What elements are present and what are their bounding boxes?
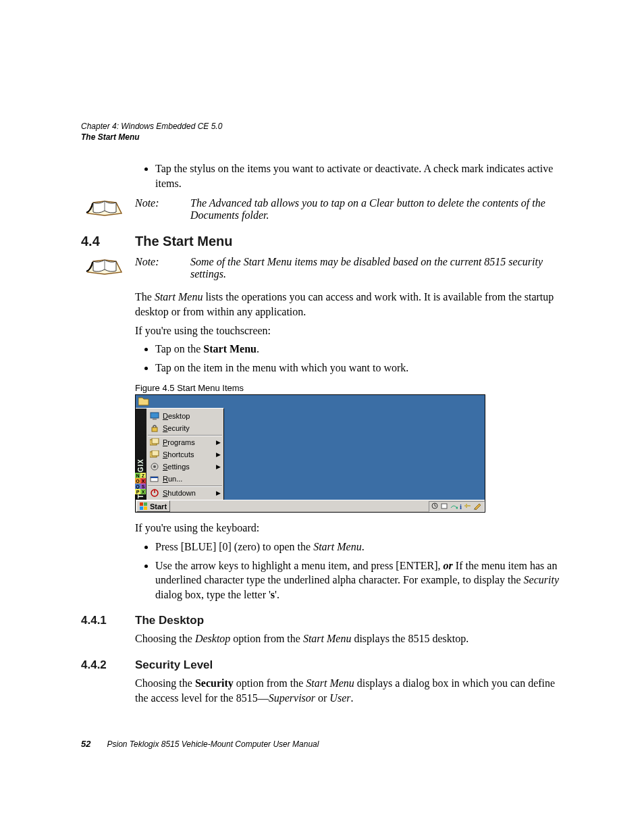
heading-num: 4.4 [81,234,135,249]
menu-item-settings[interactable]: Settings ▶ [146,461,223,473]
svg-rect-10 [151,477,158,478]
heading-num: 4.4.2 [81,658,135,672]
note-label: Note: [135,256,190,280]
paragraph: If you're using the touchscreen: [135,323,563,338]
submenu-arrow-icon: ▶ [216,490,221,496]
svg-rect-4 [152,438,159,444]
note-text: The Advanced tab allows you to tap on a … [190,197,563,221]
run-icon [149,474,160,484]
note-text: Some of the Start Menu items may be disa… [190,256,563,280]
tray-icon[interactable] [431,502,439,510]
windows-flag-icon [140,502,148,510]
submenu-arrow-icon: ▶ [216,439,221,446]
menu-item-shutdown[interactable]: Shutdown ▶ [146,487,223,499]
paragraph: Choosing the Desktop option from the Sta… [135,631,563,646]
folder-icon [138,397,149,406]
shortcuts-icon [149,450,160,459]
submenu-arrow-icon: ▶ [216,463,221,470]
intro-bullet: Tap the stylus on the items you want to … [155,161,563,190]
section-line: The Start Menu [81,132,563,143]
figure-screenshot: TEKLOGIX Desktop Security [135,394,485,513]
heading-title: The Start Menu [135,234,232,249]
heading-4-4-2: 4.4.2 Security Level [81,658,563,672]
svg-rect-1 [153,419,157,420]
chapter-line: Chapter 4: Windows Embedded CE 5.0 [81,122,563,132]
list-item: Tap on the Start Menu. [155,342,563,357]
menu-item-desktop[interactable]: Desktop [146,410,223,422]
svg-rect-20 [464,505,471,506]
heading-4-4: 4.4 The Start Menu [81,234,563,249]
list-item: Tap on the item in the menu with which y… [155,361,563,375]
page-number: 52 [81,739,90,749]
paragraph: Choosing the Security option from the St… [135,676,563,705]
page-footer: 52 Psion Teklogix 8515 Vehicle-Mount Com… [81,739,563,749]
tray-icon[interactable] [450,502,458,510]
book-icon [81,256,128,276]
svg-rect-16 [144,506,147,510]
menu-item-programs[interactable]: Programs ▶ [146,436,223,448]
note-block: Note: The Advanced tab allows you to tap… [81,197,563,221]
svg-rect-13 [140,502,143,506]
heading-title: The Desktop [135,614,204,627]
sidebar-decoration: NZ OX QS PX [135,473,146,494]
tray-icon[interactable] [464,502,471,510]
svg-rect-15 [140,506,143,510]
note-block: Note: Some of the Start Menu items may b… [81,256,563,280]
paragraph: The Start Menu lists the operations you … [135,290,563,319]
list-item: Press [BLUE] [0] (zero) to open the Star… [155,540,563,554]
start-label: Start [150,502,167,511]
shutdown-icon [149,488,160,498]
submenu-arrow-icon: ▶ [216,451,221,458]
programs-icon [149,438,160,447]
tray-icon[interactable] [441,502,448,510]
list-item: Use the arrow keys to highlight a menu i… [155,558,563,602]
heading-4-4-1: 4.4.1 The Desktop [81,614,563,627]
svg-rect-18 [441,504,447,509]
menu-item-security[interactable]: Security [146,422,223,434]
paragraph: If you're using the keyboard: [135,521,563,536]
figure-caption: Figure 4.5 Start Menu Items [135,383,563,393]
svg-rect-14 [144,502,147,506]
menu-item-shortcuts[interactable]: Shortcuts ▶ [146,448,223,461]
lock-icon [149,423,160,433]
start-button[interactable]: Start [136,500,170,512]
start-menu: TEKLOGIX Desktop Security [136,408,224,500]
tray-icon[interactable] [473,502,482,510]
running-header: Chapter 4: Windows Embedded CE 5.0 The S… [81,122,563,142]
settings-icon [149,462,160,471]
svg-rect-21 [466,504,467,508]
heading-num: 4.4.1 [81,614,135,627]
svg-rect-0 [151,413,159,418]
desktop-icon [149,411,160,421]
svg-rect-6 [152,450,159,456]
system-tray: i [429,501,485,512]
svg-rect-2 [152,427,157,432]
heading-title: Security Level [135,658,213,672]
svg-point-8 [153,465,156,468]
note-label: Note: [135,197,190,221]
taskbar: Start i [136,500,485,512]
book-icon [81,197,128,217]
tray-icon[interactable]: i [460,502,462,511]
footer-text: Psion Teklogix 8515 Vehicle-Mount Comput… [107,739,319,749]
menu-item-run[interactable]: Run... [146,473,223,485]
